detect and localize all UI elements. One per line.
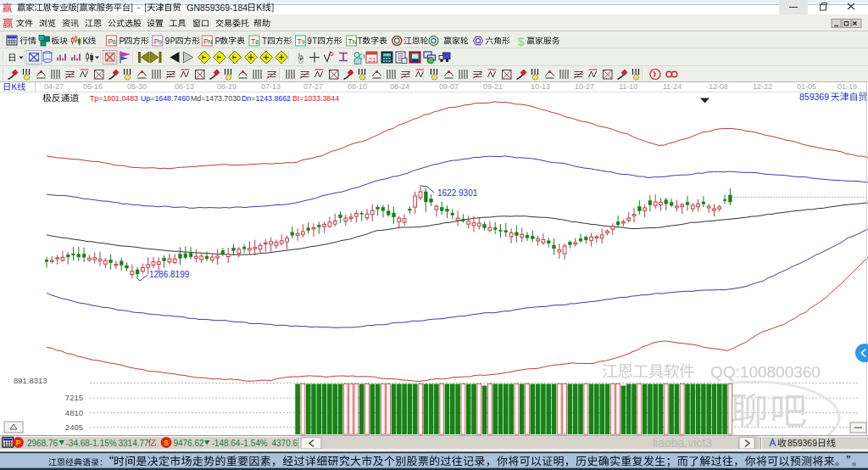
svg-text:10-27: 10-27	[575, 82, 594, 91]
svg-text:21: 21	[369, 56, 376, 64]
svg-text:K: K	[83, 36, 89, 46]
svg-text:06-29: 06-29	[217, 82, 236, 91]
svg-text:9: 9	[165, 36, 170, 46]
svg-text:9: 9	[307, 36, 312, 46]
svg-text:2968.76: 2968.76	[27, 439, 58, 448]
svg-text:P: P	[16, 439, 21, 447]
svg-text:-34.68: -34.68	[66, 439, 91, 448]
svg-text:11-10: 11-10	[619, 82, 637, 91]
svg-text:-1.15%: -1.15%	[90, 439, 117, 448]
svg-text:Tp=1801.0483: Tp=1801.0483	[90, 94, 138, 103]
svg-text:8: 8	[113, 38, 116, 46]
svg-text:7215: 7215	[65, 393, 83, 402]
svg-text:09-21: 09-21	[483, 82, 503, 91]
svg-text:9: 9	[302, 38, 305, 46]
svg-text:1622.9301: 1622.9301	[437, 188, 478, 198]
svg-text:T: T	[262, 36, 267, 46]
svg-text:2405: 2405	[65, 422, 83, 432]
svg-text:07-27: 07-27	[303, 82, 323, 91]
svg-text:Dn=1243.8662: Dn=1243.8662	[242, 94, 291, 103]
svg-text:06-13: 06-13	[175, 82, 194, 91]
svg-text:N: N	[208, 38, 212, 46]
svg-text:3314.77: 3314.77	[119, 439, 150, 448]
svg-text:Up=1648.7460: Up=1648.7460	[141, 94, 190, 103]
svg-text:-1.54%: -1.54%	[241, 439, 268, 448]
svg-text:04-27: 04-27	[44, 82, 64, 91]
svg-text:01-05: 01-05	[797, 82, 816, 91]
svg-text:9476.62: 9476.62	[174, 439, 205, 448]
svg-text:12-08: 12-08	[709, 82, 728, 91]
svg-text:891.8313: 891.8313	[14, 376, 47, 385]
svg-text:05-30: 05-30	[127, 82, 147, 91]
svg-text:859369: 859369	[799, 92, 829, 102]
svg-text:GN859369-184: GN859369-184	[186, 3, 248, 13]
svg-text:01-19: 01-19	[837, 82, 857, 91]
svg-text:9: 9	[159, 38, 162, 46]
svg-text:05-16: 05-16	[83, 82, 103, 91]
svg-text:09-07: 09-07	[439, 82, 459, 91]
svg-text:12-22: 12-22	[753, 82, 772, 91]
svg-text:-148.64: -148.64	[212, 439, 241, 448]
svg-text:$: $	[518, 35, 525, 48]
svg-text:4810: 4810	[65, 408, 83, 417]
svg-text:P: P	[120, 36, 125, 46]
svg-text:11-24: 11-24	[663, 82, 682, 91]
svg-text:QQ:100800360: QQ:100800360	[710, 363, 821, 381]
svg-text:08-10: 08-10	[348, 82, 367, 91]
svg-text:P: P	[215, 36, 221, 46]
svg-text:liaoba.vict3: liaoba.vict3	[653, 436, 712, 450]
svg-text:4370.6: 4370.6	[272, 439, 298, 448]
svg-text:859369: 859369	[787, 438, 817, 448]
svg-text:S: S	[164, 439, 169, 447]
svg-text:07-13: 07-13	[261, 82, 281, 91]
svg-text:Bt=1033.3844: Bt=1033.3844	[292, 94, 339, 103]
svg-text:Md=1473.7030: Md=1473.7030	[191, 94, 241, 103]
svg-text:1286.8199: 1286.8199	[149, 270, 190, 279]
svg-text:8: 8	[255, 38, 259, 46]
svg-text:08-24: 08-24	[390, 82, 409, 91]
svg-text:T: T	[358, 36, 363, 46]
svg-text:N: N	[353, 38, 357, 46]
svg-text:10-13: 10-13	[531, 82, 550, 91]
